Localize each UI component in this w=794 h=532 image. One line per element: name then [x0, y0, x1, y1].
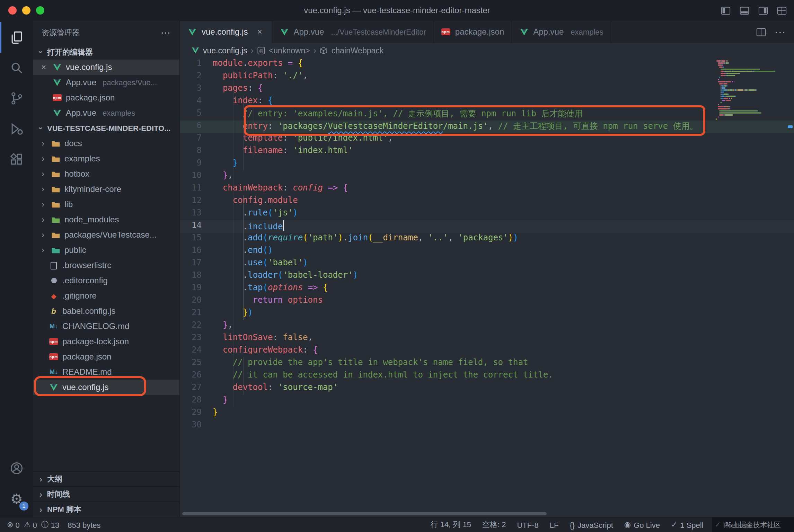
- tree-item-kityminder-core[interactable]: ›kityminder-core: [33, 181, 179, 197]
- folder-icon: [51, 230, 61, 240]
- customize-layout-icon[interactable]: [777, 5, 787, 16]
- line-number: 14: [180, 220, 213, 233]
- project-root-header[interactable]: › VUE-TESTCASE-MINDER-EDITO...: [33, 121, 179, 136]
- tree-item-README.md[interactable]: M↓README.md: [33, 364, 179, 380]
- tab-vue.config.js[interactable]: vue.config.js×: [180, 21, 272, 43]
- panel-outline[interactable]: ›大纲: [33, 471, 179, 486]
- code-editor[interactable]: 1module.exports = {2 publicPath: './',3 …: [180, 58, 794, 517]
- open-editor-vue.config.js[interactable]: ×vue.config.js: [33, 60, 179, 75]
- tree-item-public[interactable]: ›public: [33, 242, 179, 258]
- horizontal-scrollbar[interactable]: [182, 512, 547, 515]
- line-number: 25: [180, 357, 213, 370]
- warning-icon: ⚠: [24, 520, 31, 529]
- accounts-icon[interactable]: [0, 453, 33, 484]
- status-eol[interactable]: LF: [550, 521, 559, 529]
- code-line-12: 12 config.module: [180, 195, 794, 208]
- tree-item-lib[interactable]: ›lib: [33, 197, 179, 212]
- tree-item-vue.config.js[interactable]: vue.config.js: [33, 380, 179, 395]
- panel-timeline[interactable]: ›时间线: [33, 486, 179, 502]
- tree-item-.gitignore[interactable]: ◆.gitignore: [33, 288, 179, 303]
- tree-item-hotbox[interactable]: ›hotbox: [33, 166, 179, 181]
- split-editor-icon[interactable]: [756, 27, 766, 37]
- editor-more-actions-icon[interactable]: ⋯: [775, 25, 786, 38]
- close-tab-icon[interactable]: ×: [255, 27, 264, 37]
- status-cursor-position[interactable]: 行 14, 列 15: [431, 520, 471, 530]
- tree-item-node_modules[interactable]: ›node_modules: [33, 212, 179, 227]
- explorer-more-actions-icon[interactable]: ⋯: [161, 27, 171, 38]
- zoom-window-button[interactable]: [36, 6, 44, 15]
- open-editor-package.json[interactable]: npmpackage.json: [33, 90, 179, 105]
- code-line-7: 7 template: 'public/index.html',: [180, 133, 794, 145]
- line-number: 2: [180, 71, 213, 83]
- status-spell-checker[interactable]: ✓1 Spell: [671, 520, 704, 529]
- close-editor-icon[interactable]: ×: [39, 62, 48, 72]
- vue-file-icon: [52, 62, 62, 72]
- breadcrumb-symbol[interactable]: chainWebpack: [332, 46, 383, 55]
- toggle-secondary-sidebar-icon[interactable]: [758, 5, 768, 16]
- code-line-15: 15 .add(require('path').join(__dirname, …: [180, 233, 794, 245]
- activity-extensions-icon[interactable]: [0, 144, 33, 175]
- tab-App.vue[interactable]: App.vue.../VueTestcaseMinderEditor: [272, 21, 433, 43]
- panel-npm-scripts[interactable]: ›NPM 脚本: [33, 502, 179, 517]
- code-line-14: 14 .include: [180, 220, 794, 233]
- code-line-23: 23 lintOnSave: false,: [180, 332, 794, 345]
- line-number: 12: [180, 195, 213, 208]
- tree-item-babel.config.js[interactable]: bbabel.config.js: [33, 303, 179, 319]
- breadcrumb-namespace[interactable]: <unknown>: [269, 46, 310, 55]
- status-indentation[interactable]: 空格: 2: [482, 520, 506, 530]
- symbol-namespace-icon: @: [257, 46, 265, 55]
- tab-description: .../VueTestcaseMinderEditor: [331, 28, 426, 36]
- line-number: 7: [180, 133, 213, 145]
- line-number: 22: [180, 320, 213, 332]
- text-cursor: [283, 220, 284, 231]
- tree-item-docs[interactable]: ›docs: [33, 136, 179, 151]
- open-editor-App.vue[interactable]: App.vueexamples: [33, 105, 179, 121]
- tab-package.json[interactable]: npmpackage.json: [434, 21, 512, 43]
- activity-explorer-icon[interactable]: [0, 22, 33, 53]
- folder-icon: [51, 138, 61, 149]
- problems-indicator[interactable]: ⊗0 ⚠0 ⓘ13: [7, 520, 59, 530]
- tree-item-CHANGELOG.md[interactable]: M↓CHANGELOG.md: [33, 319, 179, 334]
- code-line-5: 5 // entry: 'examples/main.js', // 走示例项目…: [180, 108, 794, 121]
- open-editor-App.vue[interactable]: App.vuepackages/Vue...: [33, 75, 179, 90]
- line-number: 1: [180, 58, 213, 71]
- breadcrumb: vue.config.js › @ <unknown> › chainWebpa…: [180, 43, 794, 58]
- activity-search-icon[interactable]: [0, 53, 33, 83]
- toggle-panel-icon[interactable]: [739, 5, 750, 16]
- tab-bar: vue.config.js×App.vue.../VueTestcaseMind…: [180, 21, 794, 43]
- tree-item-.browserlistrc[interactable]: .browserlistrc: [33, 258, 179, 273]
- tree-item-.editorconfig[interactable]: .editorconfig: [33, 273, 179, 288]
- status-encoding[interactable]: UTF-8: [517, 521, 538, 529]
- code-line-8: 8 filename: 'index.html': [180, 145, 794, 158]
- tree-item-examples[interactable]: ›examples: [33, 151, 179, 166]
- tree-item-package-lock.json[interactable]: npmpackage-lock.json: [33, 334, 179, 349]
- activity-source-control-icon[interactable]: [0, 83, 33, 114]
- line-number: 9: [180, 158, 213, 170]
- line-number: 20: [180, 295, 213, 308]
- tree-item-package.json[interactable]: npmpackage.json: [33, 349, 179, 364]
- vscode-window: vue.config.js — vue-testcase-minder-edit…: [0, 0, 794, 532]
- open-editor-label: App.vue: [66, 108, 96, 118]
- tab-App.vue[interactable]: App.vueexamples: [512, 21, 611, 43]
- status-go-live[interactable]: ◉Go Live: [624, 520, 660, 529]
- tab-label: App.vue: [533, 27, 564, 37]
- line-number: 11: [180, 183, 213, 195]
- breadcrumb-file[interactable]: vue.config.js: [203, 46, 247, 55]
- settings-gear-icon[interactable]: ⚙ 1: [0, 484, 33, 514]
- error-icon: ⊗: [7, 520, 13, 529]
- open-editors-header[interactable]: › 打开的编辑器: [33, 44, 179, 60]
- tree-item-packages/VueTestcase...[interactable]: ›packages/VueTestcase...: [33, 227, 179, 242]
- toggle-primary-sidebar-icon[interactable]: [721, 5, 731, 16]
- line-number: 19: [180, 283, 213, 295]
- code-line-13: 13 .rule('js'): [180, 208, 794, 220]
- minimize-window-button[interactable]: [22, 6, 30, 15]
- close-window-button[interactable]: [8, 6, 17, 15]
- minimap[interactable]: [716, 60, 786, 123]
- overview-ruler-marker: [788, 125, 793, 128]
- status-language-mode[interactable]: {}JavaScript: [570, 521, 613, 529]
- chevron-down-icon: ›: [36, 47, 46, 57]
- activity-run-debug-icon[interactable]: [0, 114, 33, 144]
- broadcast-icon: ◉: [624, 520, 631, 529]
- tree-item-label: docs: [64, 139, 82, 148]
- folder-icon: [51, 245, 61, 255]
